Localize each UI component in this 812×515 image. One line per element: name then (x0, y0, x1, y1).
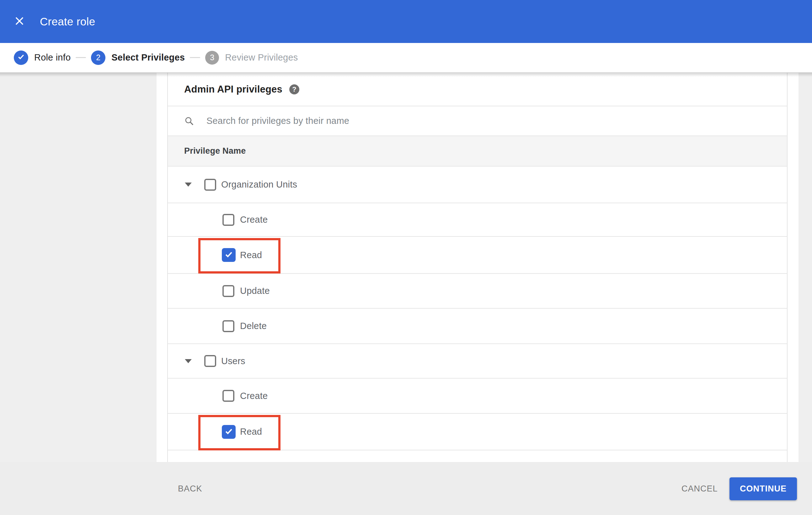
privilege-label: Read (240, 250, 262, 260)
checkbox-create-users[interactable] (223, 390, 234, 402)
privilege-row-read: Read (168, 236, 787, 273)
step-complete-circle (14, 51, 28, 65)
create-role-dialog: Create role Role info 2 Select Privilege… (0, 0, 812, 515)
app-bar: Create role (0, 0, 812, 43)
checkbox-delete[interactable] (223, 320, 234, 332)
checkbox-read-users-checked[interactable] (222, 425, 236, 439)
search-icon (184, 116, 194, 126)
privilege-row-create-users: Create (168, 378, 787, 413)
annotation-highlight-box (198, 415, 281, 450)
step-number-circle: 2 (91, 51, 106, 65)
step-number-circle: 3 (205, 51, 219, 65)
privilege-row-create: Create (168, 203, 787, 236)
privilege-row-organization-units: Organization Units (168, 166, 787, 203)
privilege-rows: Organization Units Create Read (168, 166, 787, 462)
dialog-title: Create role (40, 16, 95, 28)
privilege-label: Read (240, 427, 262, 437)
continue-button[interactable]: CONTINUE (729, 477, 797, 500)
checkbox-read-checked[interactable] (222, 248, 236, 262)
stepper: Role info 2 Select Privileges 3 Review P… (0, 43, 812, 73)
check-icon (17, 53, 25, 63)
search-row (168, 106, 787, 135)
privilege-label: Create (240, 215, 268, 225)
checkbox-users[interactable] (204, 355, 216, 367)
privilege-row-update: Update (168, 273, 787, 308)
cancel-button[interactable]: CANCEL (679, 483, 720, 494)
annotation-highlight-box (198, 238, 281, 273)
table-header-row: Privilege Name (168, 135, 787, 166)
privilege-name-column-header: Privilege Name (184, 146, 246, 156)
collapse-arrow-icon[interactable] (185, 359, 192, 363)
checkbox-update[interactable] (223, 285, 234, 297)
privilege-label: Create (240, 391, 268, 401)
privilege-label: Update (240, 286, 270, 296)
step-label: Role info (34, 52, 70, 63)
privilege-row-delete: Delete (168, 308, 787, 343)
step-review-privileges[interactable]: 3 Review Privileges (205, 51, 298, 65)
step-role-info[interactable]: Role info (14, 51, 70, 65)
close-button[interactable] (14, 16, 25, 27)
step-select-privileges[interactable]: 2 Select Privileges (91, 51, 185, 65)
step-label: Select Privileges (111, 52, 185, 63)
privileges-table: Admin API privileges ? Privilege Name (167, 73, 787, 462)
privilege-row-partial (168, 450, 787, 462)
check-icon (224, 250, 233, 260)
checkbox-create[interactable] (223, 214, 234, 226)
stepper-connector (190, 57, 200, 58)
privilege-label: Users (221, 356, 245, 366)
step-label: Review Privileges (225, 52, 298, 63)
stepper-connector (76, 57, 86, 58)
close-icon (14, 16, 25, 28)
privilege-label: Organization Units (221, 179, 297, 190)
privilege-label: Delete (240, 321, 267, 331)
collapse-arrow-icon[interactable] (185, 183, 192, 187)
help-icon[interactable]: ? (289, 84, 299, 94)
section-heading: Admin API privileges (184, 84, 282, 95)
privilege-row-users: Users (168, 343, 787, 378)
main-content: Admin API privileges ? Privilege Name (0, 73, 812, 462)
section-heading-row: Admin API privileges ? (168, 73, 787, 106)
privileges-panel: Admin API privileges ? Privilege Name (156, 73, 799, 462)
checkbox-organization-units[interactable] (204, 179, 216, 191)
search-input[interactable] (206, 115, 645, 126)
privilege-row-read-users: Read (168, 413, 787, 450)
check-icon (224, 427, 233, 437)
footer-bar: BACK CANCEL CONTINUE (0, 462, 812, 515)
back-button[interactable]: BACK (176, 483, 204, 494)
